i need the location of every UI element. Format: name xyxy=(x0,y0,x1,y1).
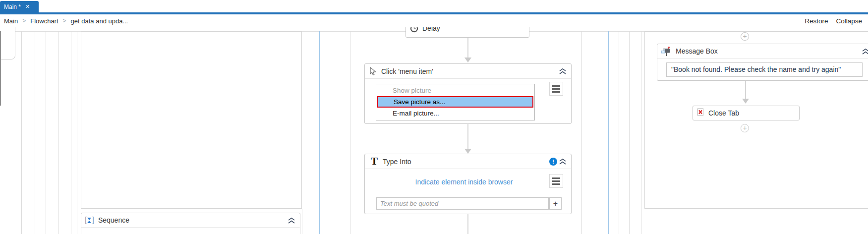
sequence-icon: [ ] xyxy=(85,216,94,224)
close-tab-icon xyxy=(696,108,704,118)
click-header[interactable]: Click 'menu item' xyxy=(365,64,571,79)
activity-close-tab: Close Tab xyxy=(693,106,800,120)
collapse-button[interactable]: Collapse xyxy=(836,17,862,25)
add-expression-button[interactable]: + xyxy=(549,197,562,210)
breadcrumb: Main > Flowchart > get data and upda... … xyxy=(0,14,868,27)
restore-button[interactable]: Restore xyxy=(805,17,828,25)
selection-guide-line xyxy=(608,31,609,234)
activity-sequence: [ ] Sequence xyxy=(81,213,300,234)
screenshot-menu-item: Show picture xyxy=(376,85,534,96)
screenshot-menu-item: E-mail picture... xyxy=(376,108,534,119)
add-activity-button[interactable]: + xyxy=(741,124,749,132)
bracket-glyph: ] xyxy=(92,216,94,224)
flow-connector xyxy=(745,81,746,99)
message-box-title: Message Box xyxy=(676,47,718,55)
breadcrumb-separator-icon: > xyxy=(22,17,26,24)
text-input-wrapper xyxy=(376,197,549,210)
collapse-chevron-icon[interactable] xyxy=(862,49,868,55)
cursor-icon xyxy=(369,67,377,76)
uipath-designer-canvas: Main * ✕ Main > Flowchart > get data and… xyxy=(0,0,868,234)
plus-icon: + xyxy=(743,33,747,40)
type-into-title: Type Into xyxy=(383,158,411,166)
options-menu-button[interactable] xyxy=(549,174,563,188)
tab-label: Main * xyxy=(4,3,21,10)
container-edge-line xyxy=(71,31,71,234)
container-edge-line xyxy=(581,31,582,234)
activity-type-into: T Type Into ! Indicate element inside br… xyxy=(364,154,572,214)
message-box-header[interactable]: Message Box xyxy=(657,44,868,58)
flow-arrowhead-icon xyxy=(742,99,749,104)
add-activity-button[interactable]: + xyxy=(741,32,749,41)
type-into-icon: T xyxy=(371,156,378,167)
activity-click-menu-item: Click 'menu item' Show picture Save pict… xyxy=(364,63,572,124)
container-edge-line xyxy=(629,31,630,234)
flow-arrowhead-icon xyxy=(464,58,471,62)
tab-bar: Main * ✕ xyxy=(0,0,868,12)
breadcrumb-item-flowchart[interactable]: Flowchart xyxy=(30,17,58,25)
target-screenshot[interactable]: Show picture Save picture as... E-mail p… xyxy=(376,84,535,120)
activity-message-box: Message Box "Book not found. Please chec… xyxy=(657,44,868,81)
screenshot-menu-item-highlighted: Save picture as... xyxy=(377,96,533,108)
container-edge-line xyxy=(77,31,77,234)
container-edge-line xyxy=(58,31,58,234)
plus-icon: + xyxy=(743,124,747,131)
sequence-title: Sequence xyxy=(98,216,129,224)
container-edge-line xyxy=(35,31,35,234)
container-edge-line xyxy=(302,209,302,234)
close-tab-title: Close Tab xyxy=(708,109,739,117)
collapse-chevron-icon[interactable] xyxy=(559,68,566,74)
type-into-header[interactable]: T Type Into ! xyxy=(365,154,571,169)
collapse-chevron-icon[interactable] xyxy=(288,218,295,224)
mailbox-icon xyxy=(661,46,672,57)
left-branch-container xyxy=(81,31,302,209)
container-edge-line xyxy=(46,31,46,234)
close-tab-header[interactable]: Close Tab xyxy=(693,106,799,120)
container-edge-line xyxy=(21,31,22,234)
container-edge-line xyxy=(619,31,619,234)
tab-accent-bar xyxy=(0,12,868,14)
click-title: Click 'menu item' xyxy=(381,67,433,75)
sequence-header[interactable]: [ ] Sequence xyxy=(81,213,300,228)
collapse-chevron-icon[interactable] xyxy=(559,159,566,165)
validation-info-icon[interactable]: ! xyxy=(549,158,557,166)
container-edge-line xyxy=(641,31,641,234)
flow-connector xyxy=(467,124,468,149)
flow-arrowhead-icon xyxy=(464,149,471,154)
text-input[interactable] xyxy=(377,198,548,209)
breadcrumb-item-current[interactable]: get data and upda... xyxy=(71,17,128,25)
canvas-left-edge xyxy=(0,31,1,106)
selection-guide-line xyxy=(319,31,320,234)
container-edge-line xyxy=(350,31,350,234)
options-menu-button[interactable] xyxy=(549,82,563,96)
flow-connector xyxy=(467,38,468,58)
breadcrumb-separator-icon: > xyxy=(63,17,66,24)
message-text-field[interactable]: "Book not found. Please check the name a… xyxy=(666,62,863,77)
flow-connector xyxy=(467,214,468,234)
close-icon[interactable]: ✕ xyxy=(25,4,30,9)
breadcrumb-item-main[interactable]: Main xyxy=(4,17,18,25)
tab-main[interactable]: Main * ✕ xyxy=(0,1,39,12)
indicate-element-link[interactable]: Indicate element inside browser xyxy=(385,178,543,186)
